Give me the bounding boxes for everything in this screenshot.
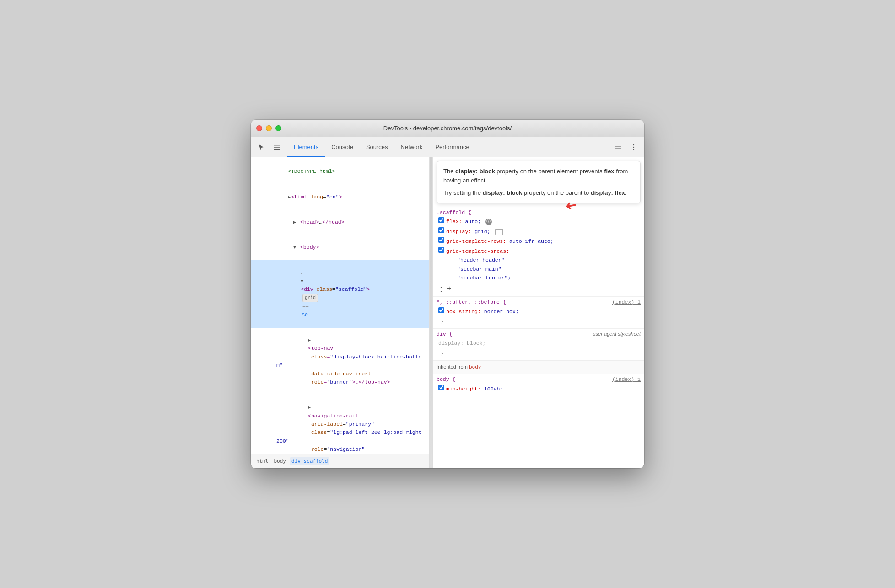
tab-more-area bbox=[611, 137, 641, 157]
doctype-line: <!DOCTYPE html> bbox=[251, 159, 429, 184]
div-rule: div { user agent stylesheet display: blo… bbox=[433, 329, 644, 361]
devtools-tabs: Elements Console Sources Network Perform… bbox=[251, 137, 644, 157]
breadcrumb-scaffold[interactable]: div.scaffold bbox=[290, 457, 329, 465]
universal-rule: *, ::after, ::before { (index):1 box-siz… bbox=[433, 297, 644, 329]
svg-rect-1 bbox=[274, 147, 280, 148]
grid-areas-line: grid-template-areas: "header header" "si… bbox=[437, 246, 641, 283]
top-nav-line[interactable]: ▶ <top-nav class="display-block hairline… bbox=[251, 328, 429, 395]
grid-areas-checkbox[interactable] bbox=[438, 247, 444, 253]
inherited-label: Inherited from body bbox=[433, 360, 644, 374]
styles-content[interactable]: .scaffold { flex: auto; ⓘ bbox=[433, 207, 644, 469]
breadcrumb-html[interactable]: html bbox=[254, 457, 270, 465]
nav-rail-line[interactable]: ▶ <navigation-rail aria-label="primary" … bbox=[251, 395, 429, 454]
svg-point-7 bbox=[633, 149, 634, 150]
grid-icon[interactable] bbox=[495, 229, 503, 235]
box-sizing-checkbox[interactable] bbox=[438, 307, 444, 313]
head-line[interactable]: ▶ <head>…</head> bbox=[251, 209, 429, 235]
cursor-icon-btn[interactable] bbox=[254, 140, 268, 154]
box-sizing-line: box-sizing: border-box; bbox=[437, 307, 641, 317]
maximize-button[interactable] bbox=[275, 125, 281, 131]
grid-rows-checkbox[interactable] bbox=[438, 237, 444, 243]
inherited-from: body bbox=[469, 364, 481, 370]
display-checkbox[interactable] bbox=[438, 227, 444, 233]
scaffold-rule: .scaffold { flex: auto; ⓘ bbox=[433, 207, 644, 297]
panel-divider[interactable] bbox=[429, 157, 433, 468]
info-icon[interactable]: ⓘ bbox=[485, 219, 492, 225]
tab-elements[interactable]: Elements bbox=[287, 138, 325, 157]
tab-console[interactable]: Console bbox=[325, 138, 360, 157]
tooltip-popup: The display: block property on the paren… bbox=[437, 161, 641, 203]
user-agent-label: user agent stylesheet bbox=[593, 330, 641, 339]
breadcrumb-body[interactable]: body bbox=[272, 457, 288, 465]
window-title: DevTools - developer.chrome.com/tags/dev… bbox=[383, 125, 512, 132]
tab-icon-group bbox=[254, 137, 284, 157]
close-button[interactable] bbox=[256, 125, 262, 131]
min-height-checkbox[interactable] bbox=[438, 385, 444, 390]
tab-network[interactable]: Network bbox=[394, 138, 429, 157]
svg-rect-2 bbox=[274, 149, 280, 150]
breadcrumb: html body div.scaffold bbox=[251, 454, 429, 468]
tab-performance[interactable]: Performance bbox=[429, 138, 475, 157]
svg-rect-0 bbox=[274, 145, 280, 146]
grid-badge[interactable]: grid bbox=[302, 294, 318, 302]
devtools-settings-button[interactable] bbox=[627, 140, 641, 154]
expand-icon[interactable]: ▶ bbox=[308, 405, 311, 410]
collapse-icon[interactable]: ▼ bbox=[301, 279, 303, 284]
tab-sources[interactable]: Sources bbox=[360, 138, 394, 157]
body-selector: body { bbox=[437, 375, 455, 384]
flex-checkbox[interactable] bbox=[438, 217, 444, 223]
styles-panel: The display: block property on the paren… bbox=[433, 157, 644, 468]
flex-line: flex: auto; ⓘ bbox=[437, 217, 641, 227]
display-block-line: display: block; bbox=[437, 338, 641, 348]
display-line: display: grid; bbox=[437, 227, 641, 237]
layers-icon-btn[interactable] bbox=[270, 140, 284, 154]
universal-selector: *, ::after, ::before { bbox=[437, 298, 506, 307]
devtools-window: DevTools - developer.chrome.com/tags/dev… bbox=[251, 120, 644, 468]
expand-icon[interactable]: ▶ bbox=[288, 195, 291, 200]
elements-panel: <!DOCTYPE html> ▶<html lang="en"> ▶ <hea… bbox=[251, 157, 429, 468]
traffic-lights bbox=[256, 125, 281, 131]
div-selector: div { bbox=[437, 330, 453, 339]
universal-location[interactable]: (index):1 bbox=[612, 298, 641, 307]
html-tag-line[interactable]: ▶<html lang="en"> bbox=[251, 184, 429, 209]
scaffold-line[interactable]: … ▼ <div class="scaffold"> grid == $0 bbox=[251, 260, 429, 328]
scaffold-selector: .scaffold { bbox=[437, 209, 471, 215]
add-rule-button[interactable]: + bbox=[447, 283, 452, 295]
svg-rect-4 bbox=[615, 148, 621, 149]
body-rule: body { (index):1 min-height: 100vh; bbox=[433, 374, 644, 395]
body-line[interactable]: ▼ <body> bbox=[251, 235, 429, 260]
collapse-icon[interactable]: ▼ bbox=[293, 245, 296, 250]
svg-rect-3 bbox=[615, 146, 621, 147]
min-height-line: min-height: 100vh; bbox=[437, 384, 641, 394]
body-location[interactable]: (index):1 bbox=[612, 375, 641, 384]
expand-icon[interactable]: ▶ bbox=[293, 220, 296, 225]
expand-icon[interactable]: ▶ bbox=[308, 338, 311, 343]
devtools-main: <!DOCTYPE html> ▶<html lang="en"> ▶ <hea… bbox=[251, 157, 644, 468]
elements-tree[interactable]: <!DOCTYPE html> ▶<html lang="en"> ▶ <hea… bbox=[251, 157, 429, 454]
titlebar: DevTools - developer.chrome.com/tags/dev… bbox=[251, 120, 644, 137]
grid-rows-line: grid-template-rows: auto 1fr auto; bbox=[437, 236, 641, 246]
svg-point-5 bbox=[633, 144, 634, 145]
minimize-button[interactable] bbox=[266, 125, 272, 131]
more-tabs-button[interactable] bbox=[611, 140, 625, 154]
svg-point-6 bbox=[633, 146, 634, 147]
